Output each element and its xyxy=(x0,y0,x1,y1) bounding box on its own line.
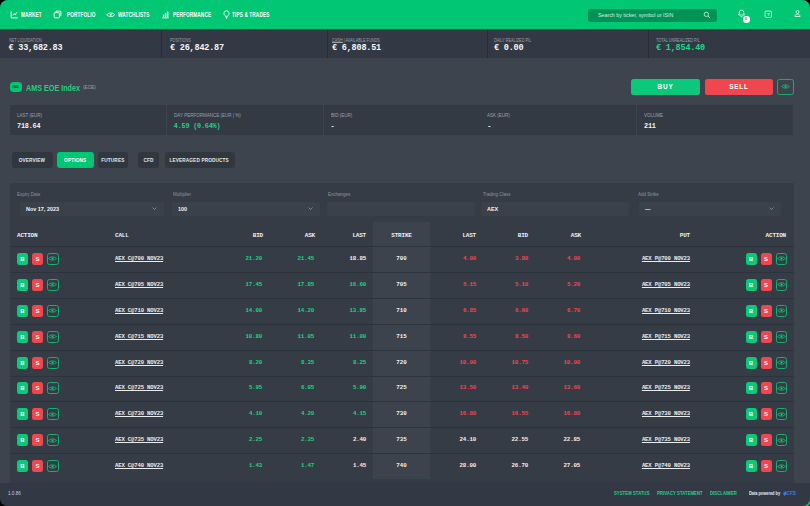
svg-text:?: ? xyxy=(767,12,770,17)
